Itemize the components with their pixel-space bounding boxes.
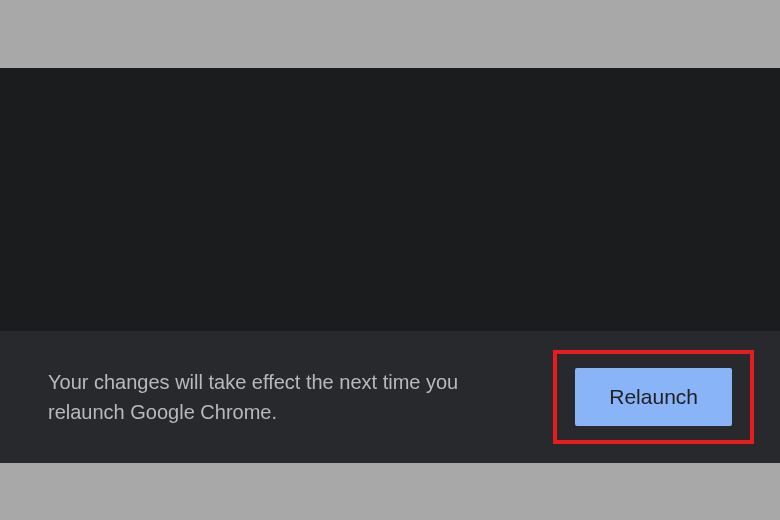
relaunch-notification-text: Your changes will take effect the next t… — [48, 367, 508, 427]
annotation-highlight-box: Relaunch — [553, 350, 754, 444]
relaunch-notification-bar: Your changes will take effect the next t… — [0, 331, 780, 463]
app-content-area: Your changes will take effect the next t… — [0, 68, 780, 463]
settings-upper-panel — [0, 68, 780, 331]
relaunch-button[interactable]: Relaunch — [575, 368, 732, 426]
